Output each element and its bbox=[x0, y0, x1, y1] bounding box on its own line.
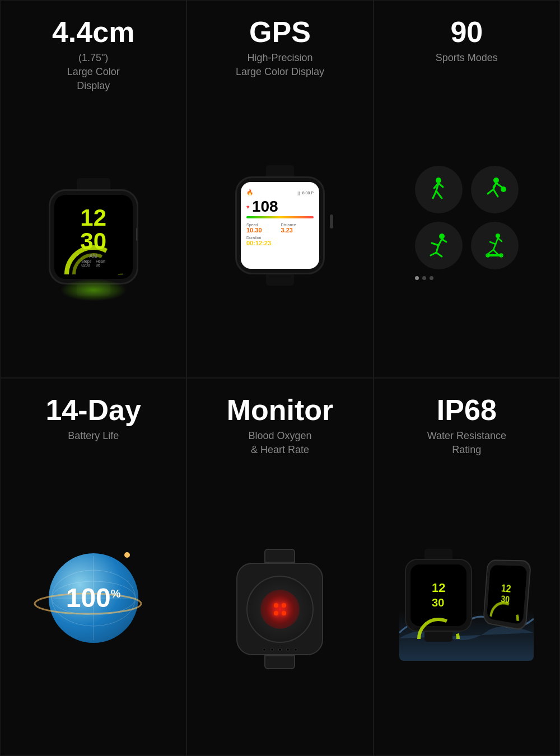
sport-treadmill bbox=[471, 222, 519, 269]
gps-time-display: 8:00 P bbox=[302, 191, 314, 195]
gps-stats: Speed 10.30 Distance 3.23 bbox=[246, 223, 314, 234]
main-watch-wrapper: 1230 bbox=[405, 549, 472, 642]
steps-value: 8200 bbox=[81, 263, 90, 267]
sensor-band-bottom bbox=[264, 655, 295, 669]
water-band-top bbox=[424, 549, 452, 559]
sports-grid bbox=[415, 166, 519, 269]
cell-display: 4.4cm (1.75")Large ColorDisplay 1230 AM bbox=[0, 0, 186, 378]
svg-line-25 bbox=[493, 244, 496, 250]
sports-title: 90 bbox=[450, 17, 483, 46]
watch-screen: 1230 AM Steps8200 Heart86 bbox=[54, 195, 133, 279]
running-icon bbox=[426, 233, 451, 258]
sports-subtitle: Sports Modes bbox=[436, 51, 498, 65]
heart-rate-value: 108 bbox=[252, 199, 278, 214]
svg-point-15 bbox=[439, 234, 445, 239]
watch-glow bbox=[60, 279, 127, 301]
svg-line-14 bbox=[493, 183, 496, 187]
svg-point-13 bbox=[501, 186, 506, 192]
water-time-min: 30 bbox=[432, 596, 444, 609]
svg-point-2 bbox=[436, 178, 441, 183]
speed-label: Speed bbox=[246, 223, 279, 227]
water-image: 1230 12 30 bbox=[385, 465, 548, 744]
gps-title: GPS bbox=[249, 17, 311, 46]
gps-icon: 🔥 bbox=[246, 186, 253, 197]
sport-walking bbox=[415, 166, 463, 213]
svg-point-37 bbox=[419, 619, 458, 632]
gps-watch-screen: 🔥 ||| 8:00 P ♥ 108 bbox=[241, 182, 319, 269]
gps-subtitle: High-PrecisionLarge Color Display bbox=[236, 51, 324, 79]
duration-label: Duration bbox=[246, 236, 314, 240]
svg-line-23 bbox=[496, 238, 498, 244]
feature-grid: 4.4cm (1.75")Large ColorDisplay 1230 AM bbox=[0, 0, 560, 756]
sensor-dots bbox=[274, 603, 286, 615]
svg-line-6 bbox=[438, 183, 443, 187]
strap-hole-1 bbox=[263, 648, 266, 651]
heart-value: 86 bbox=[96, 263, 100, 267]
battery-subtitle: Battery Life bbox=[68, 429, 119, 443]
dot-1 bbox=[415, 276, 419, 280]
svg-line-19 bbox=[431, 253, 436, 255]
watch-face-display: 1230 AM Steps8200 Heart86 bbox=[43, 178, 144, 290]
distance-label: Distance bbox=[281, 223, 314, 227]
svg-line-26 bbox=[489, 250, 493, 253]
sensor-dot-1 bbox=[274, 603, 278, 608]
strap-hole-4 bbox=[286, 648, 290, 651]
sensor-dot-2 bbox=[282, 603, 286, 608]
svg-line-24 bbox=[490, 242, 496, 244]
watch-button bbox=[136, 227, 138, 241]
watch-band-top bbox=[77, 178, 110, 189]
svg-line-20 bbox=[436, 253, 442, 256]
svg-line-5 bbox=[436, 191, 442, 198]
heart-label: Heart86 bbox=[96, 259, 105, 267]
gps-band-bottom bbox=[266, 274, 294, 286]
cell-battery: 14-Day Battery Life 100% bbox=[0, 378, 186, 756]
pagination-dots bbox=[415, 276, 519, 280]
gps-signal: ||| 8:00 P bbox=[297, 186, 314, 197]
svg-line-10 bbox=[488, 189, 493, 194]
gps-band-top bbox=[266, 165, 294, 176]
monitor-subtitle: Blood Oxygen& Heart Rate bbox=[248, 429, 311, 457]
gps-screen-top: 🔥 ||| 8:00 P bbox=[246, 186, 314, 197]
water-watch-body: 1230 bbox=[405, 559, 472, 632]
battery-percent: 100% bbox=[66, 582, 121, 613]
cell-monitor: Monitor Blood Oxygen& Heart Rate bbox=[186, 378, 373, 756]
water-watch-arc bbox=[413, 617, 464, 632]
sensor-band-top bbox=[264, 549, 295, 563]
dot-2 bbox=[422, 276, 426, 280]
sports-icons-container bbox=[415, 160, 519, 280]
watch-face-gps: 🔥 ||| 8:00 P ♥ 108 bbox=[230, 165, 330, 288]
svg-line-4 bbox=[433, 191, 436, 198]
svg-line-27 bbox=[493, 250, 498, 254]
duration-value: 00:12:23 bbox=[246, 240, 314, 246]
walking-icon bbox=[426, 177, 451, 202]
gps-image: 🔥 ||| 8:00 P ♥ 108 bbox=[198, 87, 361, 366]
svg-line-12 bbox=[496, 183, 502, 187]
svg-line-16 bbox=[438, 239, 442, 245]
watch-time: 1230 bbox=[80, 206, 106, 253]
display-subtitle: (1.75")Large ColorDisplay bbox=[67, 51, 120, 94]
cell-gps: GPS High-PrecisionLarge Color Display 🔥 … bbox=[186, 0, 373, 378]
side-watch-time-min: 30 bbox=[501, 594, 510, 605]
side-watch-screen: 12 30 bbox=[487, 565, 527, 624]
svg-line-18 bbox=[436, 245, 438, 253]
gps-signal-bars: ||| bbox=[297, 191, 300, 195]
water-time-display: 1230 bbox=[432, 581, 445, 610]
svg-line-17 bbox=[432, 243, 438, 245]
water-watch-container: 1230 12 30 bbox=[399, 549, 534, 661]
treadmill-icon bbox=[482, 233, 507, 258]
sport-ball bbox=[471, 166, 519, 213]
ball-sport-icon bbox=[482, 177, 507, 202]
heart-rate-bar bbox=[246, 216, 314, 218]
sensor-dot-3 bbox=[274, 611, 278, 615]
svg-line-21 bbox=[442, 239, 446, 242]
steps-label: Steps8200 bbox=[81, 259, 91, 267]
watch-am-pm: AM bbox=[89, 253, 97, 259]
svg-point-38 bbox=[490, 601, 519, 622]
sensor-dot-4 bbox=[282, 611, 286, 615]
planet-satellite bbox=[124, 552, 130, 558]
sensor-watch-container bbox=[232, 549, 328, 661]
sensor-back bbox=[246, 576, 314, 643]
heart-rate-row: ♥ 108 bbox=[246, 199, 314, 214]
sensor-watch-body bbox=[236, 563, 323, 655]
battery-percent-value: 100 bbox=[66, 583, 111, 613]
